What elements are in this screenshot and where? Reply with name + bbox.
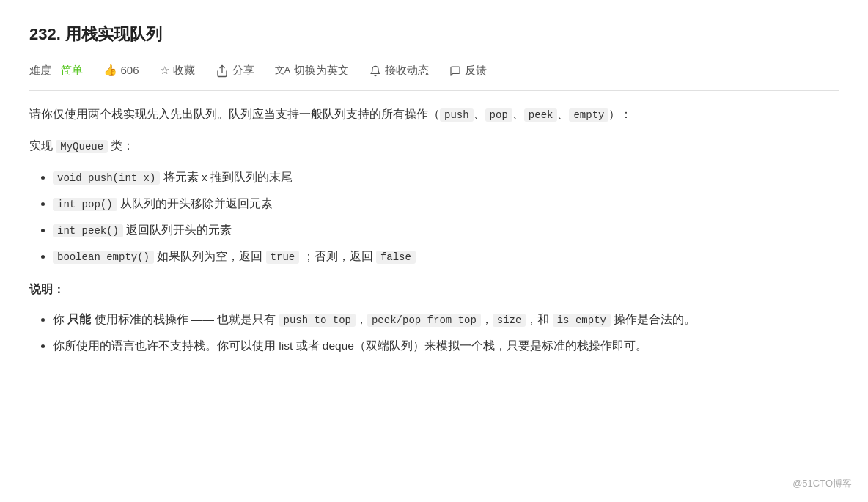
note-1: 你 只能 使用标准的栈操作 —— 也就是只有 push to top，peek/…: [53, 309, 839, 330]
notify-icon: [369, 61, 381, 80]
meta-bar: 难度 简单 👍 606 ☆ 收藏 分享 文A 切换为英文 接收动态: [29, 61, 839, 91]
code-push: push: [440, 108, 474, 122]
code-false: false: [376, 251, 416, 264]
translate-button[interactable]: 文A 切换为英文: [275, 61, 350, 80]
like-count: 606: [121, 61, 139, 80]
collect-button[interactable]: ☆ 收藏: [160, 61, 195, 80]
code-true: true: [266, 251, 300, 264]
code-int-peek: int peek(): [53, 224, 123, 237]
problem-title: 232. 用栈实现队列: [29, 21, 839, 48]
note-2: 你所使用的语言也许不支持栈。你可以使用 list 或者 deque（双端队列）来…: [53, 336, 839, 356]
share-icon: [216, 61, 229, 80]
method-empty: boolean empty() 如果队列为空，返回 true ；否则，返回 fa…: [53, 246, 839, 267]
method-pop: int pop() 从队列的开头移除并返回元素: [53, 193, 839, 214]
difficulty-label: 难度 简单: [29, 61, 83, 80]
share-button[interactable]: 分享: [216, 61, 254, 80]
notes-list: 你 只能 使用标准的栈操作 —— 也就是只有 push to top，peek/…: [53, 309, 839, 356]
code-size: size: [493, 314, 526, 327]
main-container: 232. 用栈实现队列 难度 简单 👍 606 ☆ 收藏 分享 文A 切换为英文: [0, 0, 868, 400]
feedback-icon: [449, 61, 461, 80]
collect-icon: ☆: [160, 61, 169, 80]
code-push-to-top: push to top: [279, 314, 356, 327]
like-button[interactable]: 👍 606: [103, 61, 139, 80]
method-peek: int peek() 返回队列开头的元素: [53, 220, 839, 240]
code-pop: pop: [485, 108, 512, 122]
like-icon: 👍: [103, 61, 117, 80]
code-is-empty: is empty: [553, 314, 611, 327]
translate-icon: 文A: [275, 62, 291, 78]
notify-button[interactable]: 接收动态: [369, 61, 429, 80]
collect-label: 收藏: [173, 61, 195, 80]
translate-label: 切换为英文: [294, 61, 349, 80]
code-boolean-empty: boolean empty(): [53, 251, 154, 264]
code-peek: peek: [524, 108, 558, 122]
problem-description: 请你仅使用两个栈实现先入先出队列。队列应当支持一般队列支持的所有操作（push、…: [29, 104, 839, 356]
code-int-pop: int pop(): [53, 198, 117, 211]
emphasis-only: 只能: [67, 313, 91, 325]
code-empty: empty: [569, 108, 608, 122]
intro-paragraph: 请你仅使用两个栈实现先入先出队列。队列应当支持一般队列支持的所有操作（push、…: [29, 104, 839, 125]
code-peek-pop: peek/pop from top: [367, 314, 481, 327]
methods-list: void push(int x) 将元素 x 推到队列的末尾 int pop()…: [53, 167, 839, 267]
code-myqueue: MyQueue: [56, 140, 108, 153]
feedback-button[interactable]: 反馈: [449, 61, 487, 80]
note-title: 说明：: [29, 278, 839, 300]
code-void-push: void push(int x): [53, 171, 160, 185]
implement-paragraph: 实现 MyQueue 类：: [29, 136, 839, 157]
notify-label: 接收动态: [385, 61, 429, 80]
feedback-label: 反馈: [465, 61, 487, 80]
share-label: 分享: [232, 61, 254, 80]
difficulty-value[interactable]: 简单: [61, 64, 83, 76]
method-push: void push(int x) 将元素 x 推到队列的末尾: [53, 167, 839, 188]
